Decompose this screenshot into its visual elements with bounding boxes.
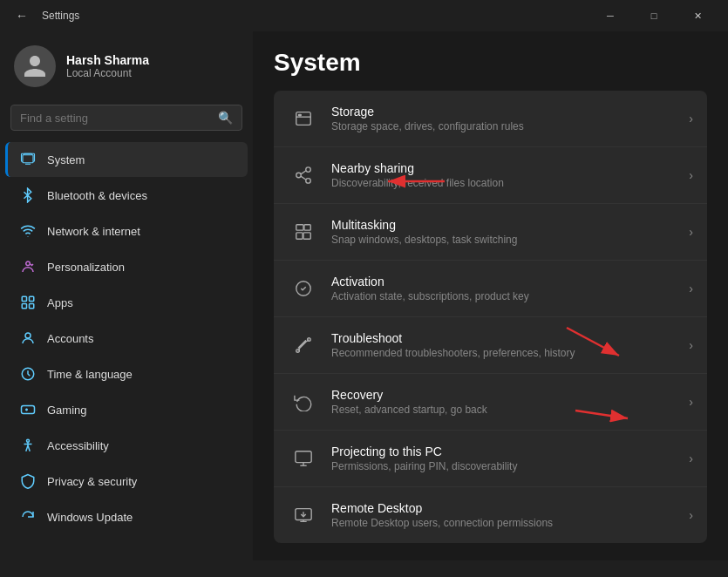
projecting-chevron: ›: [689, 451, 693, 465]
sidebar-item-accessibility[interactable]: Accessibility: [5, 428, 248, 463]
sidebar-item-privacy[interactable]: Privacy & security: [5, 464, 248, 499]
projecting-title: Projecting to this PC: [331, 445, 682, 458]
svg-line-18: [301, 171, 306, 174]
svg-point-26: [296, 350, 300, 353]
settings-item-storage[interactable]: Storage Storage space, drives, configura…: [274, 91, 707, 147]
apps-icon: [19, 294, 37, 311]
minimize-button[interactable]: ─: [590, 3, 630, 29]
user-profile[interactable]: Harsh Sharma Local Account: [0, 31, 253, 98]
svg-point-17: [306, 179, 311, 184]
sidebar-item-label-accounts: Accounts: [47, 332, 93, 345]
recovery-desc: Reset, advanced startup, go back: [331, 404, 682, 416]
storage-text: Storage Storage space, drives, configura…: [331, 105, 682, 132]
update-icon: [19, 508, 37, 526]
multitasking-desc: Snap windows, desktops, task switching: [331, 234, 682, 246]
sidebar-nav: System Bluetooth & devices Network & int…: [0, 141, 253, 535]
settings-item-nearby-sharing[interactable]: Nearby sharing Discoverability, received…: [274, 147, 707, 204]
settings-item-projecting[interactable]: Projecting to this PC Permissions, pairi…: [274, 431, 707, 487]
settings-item-multitasking[interactable]: Multitasking Snap windows, desktops, tas…: [274, 204, 707, 261]
app-body: Harsh Sharma Local Account 🔍 System: [0, 31, 728, 577]
projecting-desc: Permissions, pairing PIN, discoverabilit…: [331, 460, 682, 472]
sidebar-item-network[interactable]: Network & internet: [5, 214, 248, 248]
close-button[interactable]: ✕: [677, 3, 718, 29]
sidebar-item-bluetooth[interactable]: Bluetooth & devices: [5, 178, 248, 213]
gaming-icon: [19, 401, 37, 418]
window-controls: ─ □ ✕: [590, 3, 718, 29]
recovery-chevron: ›: [689, 395, 693, 409]
sidebar: Harsh Sharma Local Account 🔍 System: [0, 31, 253, 577]
svg-point-25: [308, 338, 311, 342]
svg-point-8: [25, 333, 31, 338]
remote-desktop-title: Remote Desktop: [331, 501, 682, 515]
svg-point-16: [296, 173, 302, 178]
svg-rect-5: [30, 296, 34, 301]
network-icon: [19, 222, 37, 240]
settings-item-remote-desktop[interactable]: Remote Desktop Remote Desktop users, con…: [274, 487, 707, 543]
sidebar-item-label-apps: Apps: [47, 296, 73, 309]
svg-rect-23: [303, 233, 310, 239]
nearby-sharing-title: Nearby sharing: [331, 161, 682, 175]
sidebar-item-label-system: System: [47, 153, 85, 166]
sidebar-item-label-time: Time & language: [47, 368, 133, 381]
settings-item-troubleshoot[interactable]: Troubleshoot Recommended troubleshooters…: [274, 317, 707, 374]
svg-rect-20: [296, 225, 303, 230]
svg-rect-2: [23, 155, 33, 163]
activation-desc: Activation state, subscriptions, product…: [331, 290, 682, 302]
main-content: System Storage Storage space, drives, co…: [253, 31, 728, 560]
user-name: Harsh Sharma: [66, 53, 149, 67]
search-input[interactable]: [20, 112, 211, 125]
multitasking-chevron: ›: [689, 225, 693, 239]
time-icon: [19, 365, 37, 383]
sidebar-item-system[interactable]: System: [5, 142, 248, 177]
accounts-icon: [19, 329, 37, 347]
accessibility-icon: [19, 437, 37, 454]
sidebar-item-label-gaming: Gaming: [47, 404, 87, 417]
recovery-icon: [288, 386, 319, 417]
settings-list: Storage Storage space, drives, configura…: [274, 91, 707, 543]
multitasking-icon: [288, 216, 319, 248]
avatar: [14, 45, 56, 87]
sidebar-item-accounts[interactable]: Accounts: [5, 321, 248, 356]
sidebar-item-label-update: Windows Update: [47, 511, 133, 524]
troubleshoot-title: Troubleshoot: [331, 331, 682, 345]
sidebar-item-label-accessibility: Accessibility: [47, 439, 109, 452]
svg-rect-14: [299, 114, 302, 115]
activation-icon: [288, 273, 319, 304]
search-container: 🔍: [0, 98, 253, 141]
projecting-icon: [288, 443, 319, 474]
multitasking-title: Multitasking: [331, 218, 682, 232]
back-button[interactable]: ←: [10, 5, 33, 26]
nearby-sharing-desc: Discoverability, received files location: [331, 177, 682, 189]
sidebar-item-label-personalization: Personalization: [47, 261, 125, 274]
sidebar-item-label-bluetooth: Bluetooth & devices: [47, 189, 147, 202]
svg-rect-4: [22, 296, 26, 301]
bluetooth-icon: [19, 187, 37, 204]
search-box[interactable]: 🔍: [10, 105, 242, 131]
sidebar-item-time[interactable]: Time & language: [5, 356, 248, 391]
svg-rect-7: [30, 304, 34, 309]
sidebar-item-personalization[interactable]: Personalization: [5, 249, 248, 284]
nearby-sharing-icon: [288, 160, 319, 191]
svg-rect-12: [296, 112, 311, 126]
system-icon: [19, 151, 37, 168]
recovery-text: Recovery Reset, advanced startup, go bac…: [331, 388, 682, 416]
storage-desc: Storage space, drives, configuration rul…: [331, 120, 682, 132]
app-title: Settings: [42, 10, 79, 22]
settings-item-recovery[interactable]: Recovery Reset, advanced startup, go bac…: [274, 374, 707, 431]
sidebar-item-apps[interactable]: Apps: [5, 285, 248, 320]
sidebar-item-update[interactable]: Windows Update: [5, 499, 248, 534]
privacy-icon: [19, 472, 37, 490]
maximize-button[interactable]: □: [634, 3, 674, 29]
troubleshoot-icon: [288, 329, 319, 361]
search-icon: 🔍: [218, 111, 233, 125]
svg-rect-6: [22, 304, 26, 309]
main-wrapper: System Storage Storage space, drives, co…: [253, 31, 728, 577]
user-info: Harsh Sharma Local Account: [66, 53, 149, 79]
troubleshoot-text: Troubleshoot Recommended troubleshooters…: [331, 331, 682, 359]
personalization-icon: [19, 258, 37, 275]
remote-desktop-icon: [288, 499, 319, 531]
titlebar-left: ← Settings: [10, 5, 79, 26]
sidebar-item-gaming[interactable]: Gaming: [5, 392, 248, 427]
troubleshoot-chevron: ›: [689, 338, 693, 352]
settings-item-activation[interactable]: Activation Activation state, subscriptio…: [274, 261, 707, 317]
